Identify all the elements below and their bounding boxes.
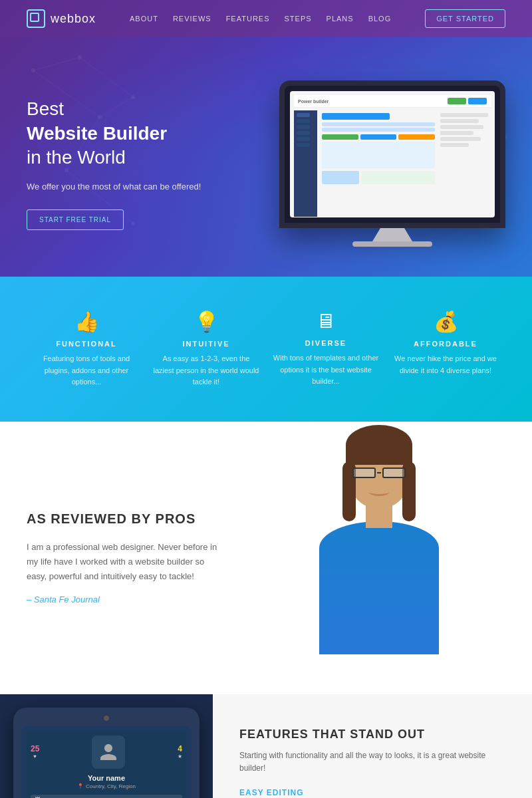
svg-point-8 bbox=[31, 68, 35, 72]
feature-intuitive: 💡 INTUITIVE As easy as 1-2-3, even the l… bbox=[146, 310, 266, 388]
start-trial-button[interactable]: START FREE TRIAL bbox=[27, 209, 124, 230]
screen-content bbox=[319, 110, 438, 217]
reviewer-image bbox=[306, 462, 452, 654]
features-content: FEATURES THAT STAND OUT Starting with fu… bbox=[213, 694, 532, 798]
lightbulb-icon: 💡 bbox=[153, 310, 259, 333]
navigation: webbox ABOUT REVIEWS FEATURES STEPS PLAN… bbox=[0, 0, 532, 37]
thumbs-up-icon: 👍 bbox=[33, 310, 140, 333]
tablet-preview: 25 ♥ 4 ★ You bbox=[0, 694, 213, 798]
features-band: 👍 FUNCTIONAL Featuring tons of tools and… bbox=[0, 277, 532, 422]
stat-right-num: 4 bbox=[178, 744, 182, 753]
easy-editing-title: EASY EDITING bbox=[239, 788, 505, 797]
nav-blog[interactable]: BLOG bbox=[368, 15, 392, 23]
monitor-base bbox=[352, 241, 432, 247]
feature-affordable-title: AFFORDABLE bbox=[392, 340, 499, 348]
monitor-screen: Power builder bbox=[290, 91, 495, 217]
feature-functional: 👍 FUNCTIONAL Featuring tons of tools and… bbox=[27, 310, 146, 388]
monitor-stand bbox=[372, 228, 412, 241]
svg-line-3 bbox=[33, 57, 80, 70]
logo-text: webbox bbox=[51, 12, 96, 26]
profile-name: Your name bbox=[31, 774, 182, 782]
feature-easy-editing: EASY EDITING As far as adjusting the lay… bbox=[239, 788, 505, 798]
feature-functional-desc: Featuring tons of tools and plugins, add… bbox=[33, 353, 140, 388]
monitor-icon: 🖥 bbox=[273, 310, 379, 332]
tablet-camera bbox=[104, 716, 109, 721]
feature-intuitive-title: INTUITIVE bbox=[153, 340, 259, 348]
svg-line-4 bbox=[80, 57, 133, 97]
get-started-button[interactable]: GET STARTED bbox=[425, 9, 505, 28]
review-text: AS REVIEWED BY PROS I am a professional … bbox=[27, 511, 226, 604]
nav-links: ABOUT REVIEWS FEATURES STEPS PLANS BLOG bbox=[130, 15, 391, 23]
money-icon: 💰 bbox=[392, 310, 499, 333]
hero-subtext: We offer you the most of what can be off… bbox=[27, 180, 213, 194]
feature-diverse-title: DIVERSE bbox=[273, 339, 379, 347]
profile-location: 📍Country, City, Region bbox=[31, 783, 182, 789]
tablet-screen: 25 ♥ 4 ★ You bbox=[21, 726, 192, 798]
svg-point-12 bbox=[78, 55, 82, 59]
screen-body bbox=[294, 110, 491, 217]
feature-diverse-desc: With tons of templates and other options… bbox=[273, 352, 379, 388]
review-section: AS REVIEWED BY PROS I am a professional … bbox=[0, 422, 532, 694]
logo[interactable]: webbox bbox=[27, 9, 96, 28]
feature-intuitive-desc: As easy as 1-2-3, even the laziest perso… bbox=[153, 353, 259, 388]
features-intro: Starting with functionality and all the … bbox=[239, 749, 505, 775]
bottom-section: 25 ♥ 4 ★ You bbox=[0, 694, 532, 798]
feature-affordable-desc: We never hike the price and we divide it… bbox=[392, 353, 499, 376]
screen-right-panel bbox=[438, 110, 491, 217]
tablet-outer: 25 ♥ 4 ★ You bbox=[13, 708, 200, 798]
person-icon bbox=[98, 742, 118, 762]
photos-row: 🖼 256 photos › bbox=[31, 795, 182, 798]
monitor-frame: Power builder bbox=[279, 80, 505, 228]
screen-btn-blue bbox=[468, 98, 487, 104]
nav-reviews[interactable]: REVIEWS bbox=[173, 15, 211, 23]
feature-functional-title: FUNCTIONAL bbox=[33, 340, 140, 348]
nav-steps[interactable]: STEPS bbox=[285, 15, 312, 23]
nav-about[interactable]: ABOUT bbox=[130, 15, 158, 23]
nav-plans[interactable]: PLANS bbox=[327, 15, 354, 23]
feature-diverse: 🖥 DIVERSE With tons of templates and oth… bbox=[266, 310, 386, 388]
review-photo bbox=[253, 462, 505, 654]
screen-header: Power builder bbox=[294, 95, 491, 108]
profile-avatar bbox=[92, 735, 125, 769]
stat-left-num: 25 bbox=[31, 744, 39, 753]
hero-section: Best Website Builder in the World We off… bbox=[0, 37, 532, 277]
review-body: I am a professional web designer. Never … bbox=[27, 540, 226, 584]
feature-affordable: 💰 AFFORDABLE We never hike the price and… bbox=[386, 310, 505, 376]
hero-headline: Best Website Builder in the World bbox=[27, 97, 213, 170]
screen-sidebar bbox=[294, 110, 317, 217]
review-title: AS REVIEWED BY PROS bbox=[27, 511, 226, 527]
logo-icon bbox=[27, 9, 45, 28]
features-section-title: FEATURES THAT STAND OUT bbox=[239, 728, 505, 741]
hero-text: Best Website Builder in the World We off… bbox=[27, 97, 213, 230]
review-source: – Santa Fe Journal bbox=[27, 595, 226, 604]
screen-btn-green bbox=[448, 98, 466, 104]
nav-features[interactable]: FEATURES bbox=[226, 15, 270, 23]
hero-monitor: Power builder bbox=[279, 80, 505, 247]
